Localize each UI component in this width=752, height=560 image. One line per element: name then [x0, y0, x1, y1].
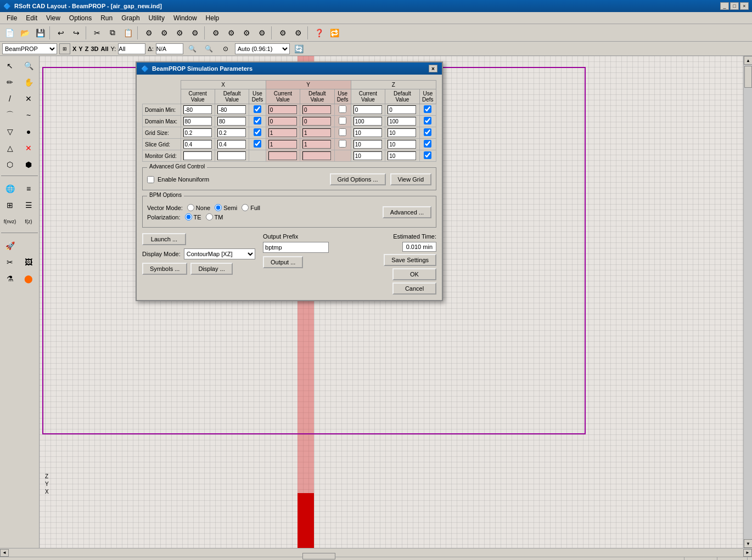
slice-grid-x-default[interactable] — [217, 140, 246, 149]
grid-size-y-current[interactable] — [268, 128, 297, 137]
output-prefix-input[interactable] — [263, 242, 329, 253]
maximize-button[interactable]: □ — [730, 2, 739, 10]
zoom-out-btn[interactable]: 🔍 — [186, 42, 200, 55]
scroll-right-button[interactable]: ► — [743, 549, 752, 557]
display-button[interactable]: Display ... — [190, 263, 232, 275]
menu-utility[interactable]: Utility — [144, 13, 169, 23]
domain-min-x-default[interactable] — [217, 105, 246, 114]
monitor-grid-z-current[interactable] — [353, 151, 382, 160]
text-tool[interactable]: ≡ — [20, 181, 37, 196]
dialog-close-button[interactable]: × — [429, 65, 437, 72]
grid-options-button[interactable]: Grid Options ... — [330, 173, 386, 185]
tool8-button[interactable]: ⚙ — [255, 26, 269, 39]
domain-min-y-current[interactable] — [268, 105, 297, 114]
cancel-button[interactable]: Cancel — [392, 282, 436, 295]
monitor-grid-y-default[interactable] — [302, 151, 331, 160]
advanced-button[interactable]: Advanced ... — [383, 206, 431, 218]
refresh-btn[interactable]: 🔄 — [292, 42, 306, 55]
image-tool[interactable]: 🖼 — [20, 254, 37, 270]
tool9-button[interactable]: ⚙ — [276, 26, 290, 39]
domain-max-x-default[interactable] — [217, 117, 246, 126]
grid-ref-btn[interactable]: ⊞ — [59, 43, 70, 54]
triangle-tool[interactable]: △ — [1, 140, 19, 156]
sim-button[interactable]: 🔁 — [327, 26, 341, 39]
copy-button[interactable]: ⧉ — [105, 26, 120, 39]
symbols-button[interactable]: Symbols ... — [142, 263, 187, 275]
domain-min-x-use[interactable] — [254, 105, 261, 113]
domain-max-z-use[interactable] — [424, 117, 431, 125]
grid-size-x-default[interactable] — [217, 128, 246, 137]
tool3-button[interactable]: ⚙ — [172, 26, 187, 39]
scroll-thumb[interactable] — [744, 66, 752, 88]
grid-size-y-default[interactable] — [302, 128, 331, 137]
vector-full-option[interactable]: Full — [242, 204, 260, 211]
grid-size-y-use[interactable] — [339, 128, 346, 136]
display-mode-dropdown[interactable]: ContourMap [XZ] ContourMap [XY] Profile — [184, 248, 255, 259]
domain-min-y-default[interactable] — [302, 105, 331, 114]
launch-button[interactable]: Launch ... — [142, 233, 186, 245]
grid-size-z-current[interactable] — [353, 128, 382, 137]
redx-tool[interactable]: ✕ — [20, 140, 37, 156]
menu-file[interactable]: File — [2, 13, 21, 23]
pan-tool[interactable]: ✋ — [20, 75, 37, 90]
menu-help[interactable]: Help — [201, 13, 224, 23]
shape2-tool[interactable]: ⬢ — [20, 157, 37, 172]
save-button[interactable]: 💾 — [33, 26, 47, 39]
color-tool[interactable]: ⬤ — [20, 271, 37, 286]
slice-grid-x-use[interactable] — [254, 140, 261, 148]
tool6-button[interactable]: ⚙ — [224, 26, 238, 39]
simulation-parameters-dialog[interactable]: 🔷 BeamPROP Simulation Parameters × X Y — [136, 61, 443, 301]
slice-grid-y-use[interactable] — [339, 140, 346, 148]
scroll-track[interactable] — [744, 65, 752, 539]
monitor-grid-z-default[interactable] — [388, 151, 416, 160]
menu-view[interactable]: View — [42, 13, 65, 23]
monitor-grid-y-current[interactable] — [268, 151, 297, 160]
grid-tool[interactable]: ⊞ — [1, 197, 19, 213]
domain-min-x-current[interactable] — [183, 105, 212, 114]
rect-tool[interactable]: ▽ — [1, 124, 19, 139]
slice-grid-y-default[interactable] — [302, 140, 331, 149]
grid-size-z-default[interactable] — [388, 128, 416, 137]
open-button[interactable]: 📂 — [18, 26, 32, 39]
scroll-left-button[interactable]: ◄ — [0, 549, 9, 557]
vector-none-option[interactable]: None — [187, 204, 210, 211]
list-tool[interactable]: ☰ — [20, 197, 37, 213]
na-input[interactable] — [156, 43, 183, 54]
grid-size-x-use[interactable] — [254, 128, 261, 136]
zoom-dropdown[interactable]: Auto (0.96:1) — [235, 43, 290, 54]
menu-graph[interactable]: Graph — [117, 13, 144, 23]
domain-max-y-default[interactable] — [302, 117, 331, 126]
curve-tool[interactable]: ⌒ — [1, 108, 19, 123]
tool7-button[interactable]: ⚙ — [239, 26, 254, 39]
select-tool[interactable]: ↖ — [1, 58, 19, 73]
rocket-tool[interactable]: 🚀 — [1, 238, 19, 253]
hscroll-thumb[interactable] — [302, 553, 335, 559]
vector-semi-option[interactable]: Semi — [215, 204, 237, 211]
grid-size-x-current[interactable] — [183, 128, 212, 137]
slice-grid-z-default[interactable] — [388, 140, 416, 149]
domain-max-z-default[interactable] — [388, 117, 416, 126]
minimize-button[interactable]: _ — [720, 2, 729, 10]
scroll-up-button[interactable]: ▲ — [744, 56, 752, 65]
undo-button[interactable]: ↩ — [54, 26, 68, 39]
tm-option[interactable]: TM — [206, 213, 223, 220]
domain-min-z-use[interactable] — [424, 105, 431, 113]
y-all-input[interactable] — [118, 43, 145, 54]
menu-window[interactable]: Window — [169, 13, 201, 23]
domain-min-z-current[interactable] — [353, 105, 382, 114]
tool1-button[interactable]: ⚙ — [142, 26, 156, 39]
shape1-tool[interactable]: ⬡ — [1, 157, 19, 172]
zoom-in-btn[interactable]: 🔍 — [202, 42, 216, 55]
canvas-area[interactable]: ZYX 🔷 BeamPROP Simulation Parameters × — [40, 56, 743, 548]
domain-max-y-use[interactable] — [339, 117, 346, 125]
grid-size-z-use[interactable] — [424, 128, 431, 136]
tool4-button[interactable]: ⚙ — [188, 26, 202, 39]
zoom-fit-btn[interactable]: ⊙ — [218, 42, 233, 55]
tool5-button[interactable]: ⚙ — [209, 26, 223, 39]
draw-tool[interactable]: ✏ — [1, 75, 19, 90]
domain-max-x-current[interactable] — [183, 117, 212, 126]
redo-button[interactable]: ↪ — [69, 26, 83, 39]
cross-tool[interactable]: ✕ — [20, 91, 37, 106]
enable-nonuniform-checkbox[interactable] — [147, 176, 154, 183]
scissors-tool[interactable]: ✂ — [1, 254, 19, 270]
